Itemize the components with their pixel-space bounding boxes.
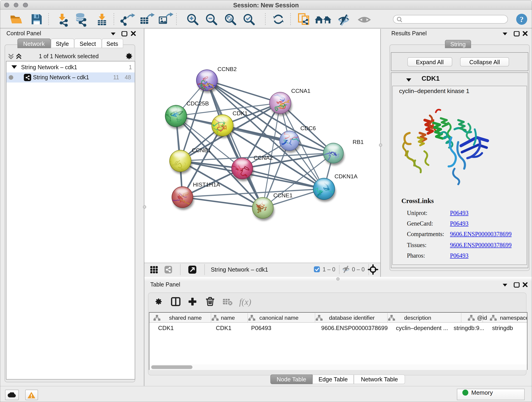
svg-text:?: ? (520, 15, 524, 24)
svg-text:0 – 0: 0 – 0 (352, 266, 365, 273)
svg-text:canonical name: canonical name (259, 314, 298, 321)
svg-text:String Network – cdk1: String Network – cdk1 (211, 266, 268, 273)
svg-text:stringdb:9...: stringdb:9... (454, 325, 484, 331)
svg-text:f(x): f(x) (239, 297, 251, 307)
svg-text:cyclin–dependent ...: cyclin–dependent ... (396, 325, 448, 331)
svg-text:CDK1: CDK1 (158, 325, 174, 331)
svg-text:CCNB1: CCNB1 (192, 147, 211, 153)
svg-text:@id: @id (477, 314, 487, 321)
svg-text:CDC6: CDC6 (300, 125, 316, 131)
svg-text:description: description (404, 314, 431, 321)
svg-text:CCNA2: CCNA2 (254, 154, 273, 161)
svg-text:9606.ENSP00000378699: 9606.ENSP00000378699 (321, 325, 388, 331)
svg-text:CCNE1: CCNE1 (273, 192, 293, 198)
svg-text:CDC25B: CDC25B (186, 100, 209, 106)
svg-text:name: name (221, 314, 235, 321)
svg-text:CCNA1: CCNA1 (291, 88, 310, 94)
svg-text:CCNB2: CCNB2 (217, 66, 237, 72)
svg-text:namespace: namespace (500, 314, 527, 321)
svg-text:HIST1H1A: HIST1H1A (193, 181, 220, 187)
svg-text:P06493: P06493 (251, 325, 271, 331)
svg-text:CDKN1A: CDKN1A (335, 173, 358, 179)
svg-text:RB1: RB1 (353, 139, 364, 145)
svg-text:database identifier: database identifier (329, 314, 375, 321)
svg-text:shared name: shared name (169, 314, 202, 321)
svg-text:1 – 0: 1 – 0 (323, 266, 336, 273)
svg-text:CDK1: CDK1 (233, 110, 248, 116)
svg-text:stringdb: stringdb (492, 325, 513, 331)
svg-text:CDK1: CDK1 (216, 325, 231, 331)
